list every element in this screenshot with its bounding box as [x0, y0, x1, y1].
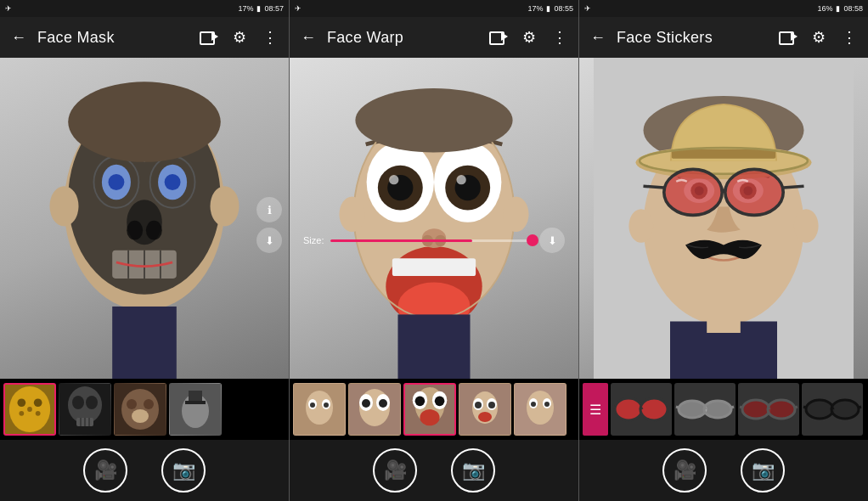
- settings-button-2[interactable]: [517, 28, 541, 47]
- sticker-thumb-black-glasses[interactable]: [802, 383, 863, 436]
- svg-point-6: [108, 174, 124, 190]
- camera-area-2: Size: ⬇: [290, 58, 578, 379]
- slider-label: Size:: [303, 235, 324, 245]
- svg-point-68: [324, 402, 329, 408]
- photo-capture-button-3[interactable]: 📷: [741, 448, 785, 493]
- svg-point-90: [527, 391, 554, 425]
- photo-capture-button-2[interactable]: 📷: [451, 448, 495, 493]
- airplane-icon-2: ✈: [295, 4, 302, 13]
- video-switch-icon-1: [200, 31, 218, 42]
- battery-1: 17%: [238, 4, 253, 13]
- svg-point-36: [127, 399, 137, 409]
- battery-icon-2: ▮: [546, 4, 550, 13]
- more-button-2[interactable]: [548, 28, 572, 47]
- thumb-warp3[interactable]: [459, 383, 511, 436]
- slider-fill: [330, 239, 471, 242]
- back-button-1[interactable]: [7, 29, 31, 47]
- svg-point-22: [34, 398, 42, 407]
- photo-capture-icon-1: 📷: [172, 459, 195, 481]
- time-3: 08:58: [843, 4, 863, 13]
- status-left-2: ✈: [295, 4, 302, 13]
- svg-point-21: [18, 398, 26, 407]
- photo-capture-button-1[interactable]: 📷: [161, 448, 206, 493]
- svg-point-93: [531, 402, 536, 407]
- photo-capture-icon-2: 📷: [462, 459, 485, 481]
- thumb-monkey[interactable]: [114, 383, 166, 436]
- svg-point-74: [379, 399, 387, 408]
- slider-track[interactable]: [330, 239, 533, 242]
- face-mask-svg: [0, 58, 289, 379]
- thumb-skull[interactable]: [59, 383, 111, 436]
- save-button-1[interactable]: ⬇: [256, 228, 282, 253]
- slider-thumb[interactable]: [527, 234, 538, 246]
- sticker-menu-button[interactable]: ☰: [583, 383, 608, 436]
- video-record-icon-2: 🎥: [384, 459, 407, 481]
- video-record-button-1[interactable]: 🎥: [83, 448, 127, 493]
- video-record-button-2[interactable]: 🎥: [373, 448, 417, 493]
- status-bar-3: ✈ 16% ▮ 08:58: [579, 0, 868, 17]
- svg-point-16: [49, 186, 78, 226]
- face-warp-panel: ✈ 17% ▮ 08:55 Face Warp: [290, 0, 578, 501]
- video-switch-button-3[interactable]: [776, 29, 800, 47]
- thumb-warp1[interactable]: [348, 383, 401, 436]
- thumb-warp2-inner: [405, 385, 454, 434]
- svg-point-79: [415, 397, 426, 407]
- svg-line-122: [612, 407, 615, 408]
- svg-point-17: [210, 186, 239, 226]
- thumbnail-strip-2: [290, 379, 578, 440]
- svg-point-50: [389, 175, 398, 184]
- svg-point-29: [86, 396, 98, 409]
- video-switch-button-2[interactable]: [487, 29, 510, 47]
- face-mask-panel: ✈ 17% ▮ 08:57 Face Mask: [0, 0, 289, 501]
- save-button-2[interactable]: ⬇: [539, 228, 565, 253]
- svg-rect-62: [397, 314, 470, 379]
- thumb-warp-normal-inner: [293, 383, 346, 436]
- more-button-3[interactable]: [837, 28, 861, 47]
- svg-point-61: [355, 88, 512, 153]
- svg-point-98: [794, 209, 819, 243]
- app-title-1: Face Mask: [37, 29, 190, 47]
- thumb-lincoln[interactable]: [169, 383, 222, 436]
- svg-point-81: [420, 409, 439, 425]
- thumb-warp4[interactable]: [514, 383, 566, 436]
- status-bar-1: ✈ 17% ▮ 08:57: [0, 0, 289, 17]
- thumb-warp2[interactable]: [403, 383, 456, 436]
- svg-rect-107: [707, 318, 741, 333]
- video-switch-button-1[interactable]: [197, 29, 221, 47]
- svg-rect-15: [112, 307, 177, 379]
- back-button-3[interactable]: [586, 29, 610, 47]
- thumb-leopard-inner: [5, 385, 54, 434]
- thumb-lincoln-inner: [169, 383, 222, 436]
- thumb-leopard[interactable]: [3, 383, 56, 436]
- more-button-1[interactable]: [258, 28, 282, 47]
- app-bar-1: Face Mask: [0, 17, 289, 58]
- svg-line-129: [731, 407, 734, 408]
- app-title-3: Face Stickers: [617, 29, 769, 47]
- app-bar-2: Face Warp: [290, 17, 578, 58]
- settings-button-1[interactable]: [228, 28, 251, 47]
- svg-point-23: [19, 411, 24, 416]
- svg-line-117: [783, 186, 803, 188]
- video-record-icon-1: 🎥: [94, 459, 117, 481]
- info-button-1[interactable]: ℹ: [256, 197, 282, 222]
- video-record-button-3[interactable]: 🎥: [662, 448, 707, 493]
- svg-line-128: [676, 407, 679, 408]
- back-button-2[interactable]: [296, 29, 320, 47]
- app-title-2: Face Warp: [327, 29, 480, 47]
- sticker-thumb-dark-glasses[interactable]: [738, 383, 799, 436]
- thumb-warp-normal[interactable]: [293, 383, 346, 436]
- svg-line-140: [803, 407, 806, 408]
- thumb-monkey-inner: [114, 383, 166, 436]
- thumb-skull-inner: [59, 383, 111, 436]
- svg-point-88: [478, 412, 492, 422]
- bottom-controls-1: 🎥 📷: [0, 440, 289, 501]
- settings-button-3[interactable]: [807, 28, 831, 47]
- time-2: 08:55: [554, 4, 573, 13]
- status-left-1: ✈: [5, 4, 12, 13]
- svg-point-10: [146, 221, 162, 240]
- svg-rect-42: [185, 401, 206, 404]
- svg-line-123: [668, 407, 670, 408]
- sticker-thumb-gray-glasses[interactable]: [674, 383, 736, 436]
- svg-rect-41: [189, 391, 202, 402]
- sticker-thumb-red-glasses[interactable]: [611, 383, 672, 436]
